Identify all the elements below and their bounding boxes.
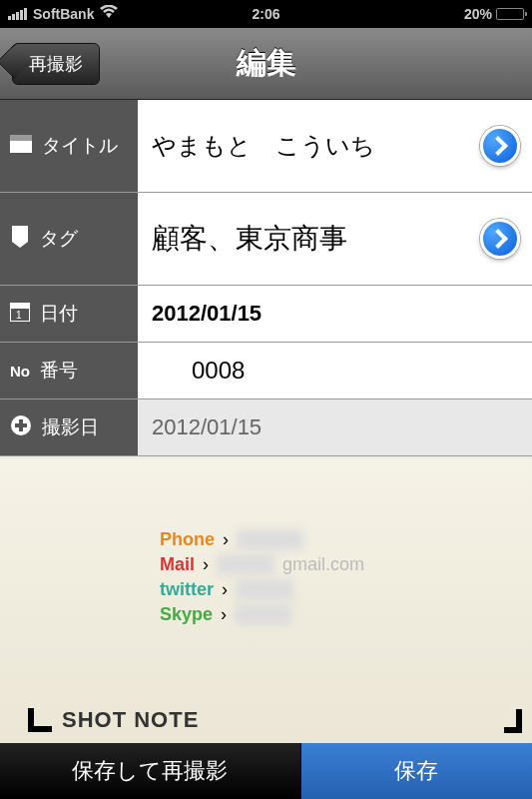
row-number: No 番号 0008 [0, 343, 532, 400]
battery-icon [496, 8, 524, 20]
tag-icon [10, 226, 30, 253]
svg-rect-1 [10, 135, 32, 141]
value-title[interactable]: やまもと こういち [138, 100, 532, 192]
page-title: 編集 [237, 43, 296, 84]
bottom-toolbar: 保存して再撮影 保存 [0, 743, 532, 799]
save-button[interactable]: 保存 [300, 743, 532, 799]
number-icon: No [10, 363, 30, 380]
value-number[interactable]: 0008 [138, 343, 532, 399]
svg-text:1: 1 [16, 310, 22, 321]
title-icon [10, 135, 32, 158]
row-title: タイトル やまもと こういち [0, 100, 532, 193]
label-date: 1 日付 [0, 286, 138, 342]
card-twitter-label: twitter [160, 579, 214, 600]
value-shot-date: 2012/01/15 [138, 400, 532, 455]
back-button[interactable]: 再撮影 [12, 43, 100, 85]
corner-mark-icon-right [504, 709, 522, 733]
save-and-reshoot-button[interactable]: 保存して再撮影 [0, 743, 300, 799]
plus-circle-icon [10, 414, 32, 441]
row-shot-date: 撮影日 2012/01/15 [0, 400, 532, 456]
shot-note-brand: SHOT NOTE [28, 707, 199, 733]
background-card-preview: Phone › xxx Mail › xxgmail.com twitter ›… [0, 459, 532, 743]
value-tag[interactable]: 顧客、東京商事 [138, 193, 532, 285]
svg-rect-7 [15, 423, 27, 427]
svg-rect-3 [10, 304, 30, 309]
clock: 2:06 [180, 6, 351, 22]
status-bar: SoftBank 2:06 20% [0, 0, 532, 28]
nav-bar: 再撮影 編集 [0, 28, 532, 100]
calendar-icon: 1 [10, 302, 30, 327]
card-mail-label: Mail [160, 554, 195, 575]
row-tag: タグ 顧客、東京商事 [0, 193, 532, 286]
title-detail-button[interactable] [480, 126, 520, 166]
value-date[interactable]: 2012/01/15 [138, 286, 532, 342]
label-shot-date: 撮影日 [0, 400, 138, 455]
signal-icon [8, 8, 27, 20]
carrier-label: SoftBank [33, 6, 94, 22]
card-phone-label: Phone [160, 529, 215, 550]
form-content: タイトル やまもと こういち タグ 顧客、東京商事 1 日付 2012/01/1… [0, 100, 532, 456]
label-title: タイトル [0, 100, 138, 192]
battery-percent: 20% [464, 6, 492, 22]
wifi-icon [100, 5, 118, 23]
corner-mark-icon [28, 708, 52, 732]
label-tag: タグ [0, 193, 138, 285]
label-number: No 番号 [0, 343, 138, 399]
tag-detail-button[interactable] [480, 219, 520, 259]
card-skype-label: Skype [160, 604, 213, 625]
row-date: 1 日付 2012/01/15 [0, 286, 532, 343]
